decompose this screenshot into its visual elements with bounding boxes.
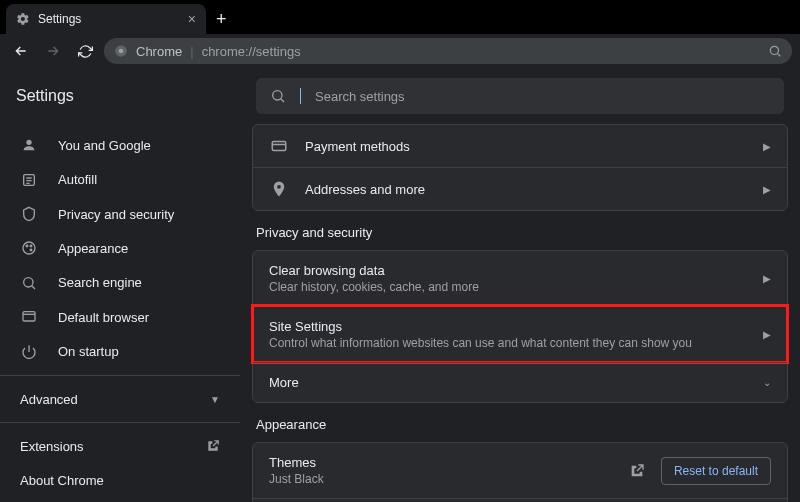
tab-strip: Settings × + [0,0,800,34]
sidebar-item-label: Advanced [20,392,78,407]
open-external-icon [206,439,220,453]
sidebar-item-appearance[interactable]: Appearance [0,231,240,265]
close-icon[interactable]: × [188,11,196,27]
row-site-settings[interactable]: Site Settings Control what information w… [253,306,787,362]
appearance-card: Themes Just Black Reset to default Show … [252,442,788,502]
sidebar-item-label: Privacy and security [58,207,174,222]
chevron-right-icon: ▶ [763,184,771,195]
svg-point-7 [26,246,28,248]
sidebar-item-label: On startup [58,344,119,359]
card-icon [269,137,289,155]
section-title-privacy: Privacy and security [256,225,784,240]
row-clear-browsing-data[interactable]: Clear browsing data Clear history, cooki… [253,251,787,306]
text-cursor [300,88,301,104]
power-icon [20,343,38,361]
svg-point-4 [26,140,31,145]
svg-rect-12 [272,142,286,151]
chevron-down-icon: ▼ [210,394,220,405]
shield-icon [20,205,38,223]
section-title-appearance: Appearance [256,417,784,432]
sidebar-item-about[interactable]: About Chrome [0,464,240,498]
row-themes[interactable]: Themes Just Black Reset to default [253,443,787,498]
search-icon [270,88,286,104]
svg-point-2 [770,46,778,54]
search-icon [20,274,38,292]
sidebar-item-label: Default browser [58,310,149,325]
row-label: Payment methods [305,139,747,154]
row-label: Clear browsing data [269,263,747,278]
sidebar-item-on-startup[interactable]: On startup [0,334,240,368]
row-addresses[interactable]: Addresses and more ▶ [253,167,787,210]
location-icon [269,180,289,198]
sidebar-item-extensions[interactable]: Extensions [0,429,240,463]
row-payment-methods[interactable]: Payment methods ▶ [253,125,787,167]
new-tab-button[interactable]: + [206,4,237,34]
row-sublabel: Just Black [269,472,613,486]
sidebar-item-privacy[interactable]: Privacy and security [0,197,240,231]
svg-point-8 [30,246,32,248]
sidebar-item-you-and-google[interactable]: You and Google [0,128,240,162]
main-panel: Payment methods ▶ Addresses and more ▶ P… [240,124,800,502]
settings-app: Settings You and Google Autofill [0,68,800,502]
page-title: Settings [16,87,240,105]
svg-point-6 [23,242,35,254]
sidebar-item-label: About Chrome [20,473,104,488]
forward-button[interactable] [40,38,66,64]
chevron-right-icon: ▶ [763,141,771,152]
svg-point-10 [24,277,33,286]
sidebar-item-label: Search engine [58,275,142,290]
privacy-card: Clear browsing data Clear history, cooki… [252,250,788,403]
row-label: Addresses and more [305,182,747,197]
svg-point-9 [30,250,32,252]
sidebar-item-autofill[interactable]: Autofill [0,162,240,196]
back-button[interactable] [8,38,34,64]
autofill-icon [20,171,38,189]
row-sublabel: Clear history, cookies, cache, and more [269,280,747,294]
chevron-right-icon: ▶ [763,273,771,284]
svg-point-1 [119,49,124,54]
search-icon[interactable] [768,44,782,58]
row-label: Themes [269,455,613,470]
search-input[interactable] [315,89,770,104]
omnibox-url: chrome://settings [202,44,301,59]
svg-rect-11 [23,312,35,321]
open-external-icon[interactable] [629,463,645,479]
person-icon [20,136,38,154]
sidebar-item-default-browser[interactable]: Default browser [0,300,240,334]
sidebar-item-label: Extensions [20,439,84,454]
omnibox-chip: Chrome [136,44,182,59]
browser-icon [20,308,38,326]
palette-icon [20,239,38,257]
sidebar-item-advanced[interactable]: Advanced ▼ [0,382,240,416]
chevron-right-icon: ▶ [763,329,771,340]
svg-point-3 [273,91,282,100]
sidebar-item-search-engine[interactable]: Search engine [0,266,240,300]
row-sublabel: Control what information websites can us… [269,336,747,350]
sidebar-item-label: Autofill [58,172,97,187]
row-label: Site Settings [269,319,747,334]
row-show-home-button[interactable]: Show home button Disabled [253,498,787,502]
autofill-card: Payment methods ▶ Addresses and more ▶ [252,124,788,211]
tab-title: Settings [38,12,81,26]
chrome-icon [114,44,128,58]
row-more[interactable]: More ⌄ [253,362,787,402]
reset-theme-button[interactable]: Reset to default [661,457,771,485]
sidebar-item-label: You and Google [58,138,151,153]
settings-search[interactable] [256,78,784,114]
address-bar[interactable]: Chrome | chrome://settings [104,38,792,64]
row-label: More [269,375,747,390]
sidebar-item-label: Appearance [58,241,128,256]
reload-button[interactable] [72,38,98,64]
sidebar: You and Google Autofill Privacy and secu… [0,124,240,502]
browser-tab[interactable]: Settings × [6,4,206,34]
chevron-down-icon: ⌄ [763,377,771,388]
app-header: Settings [0,68,800,124]
browser-toolbar: Chrome | chrome://settings [0,34,800,68]
gear-icon [16,12,30,26]
